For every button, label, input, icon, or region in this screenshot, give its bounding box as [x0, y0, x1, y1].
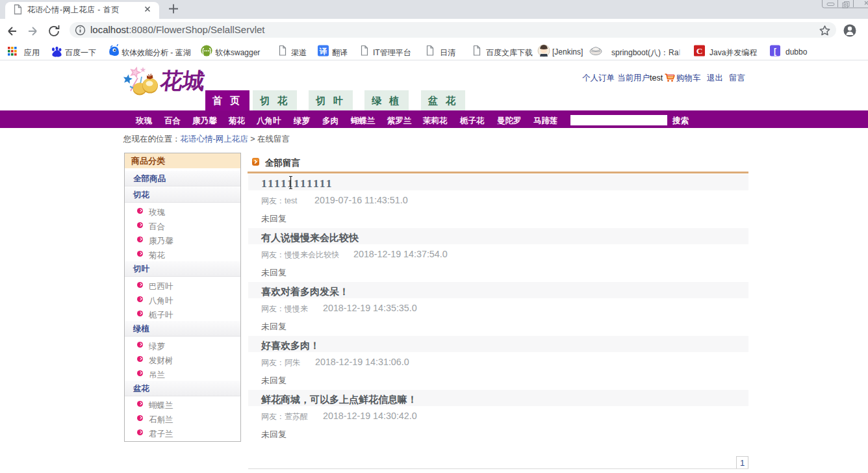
svg-text:译: 译 [319, 47, 327, 56]
svg-text:C: C [696, 46, 703, 56]
svg-text:[: [ [774, 47, 776, 56]
